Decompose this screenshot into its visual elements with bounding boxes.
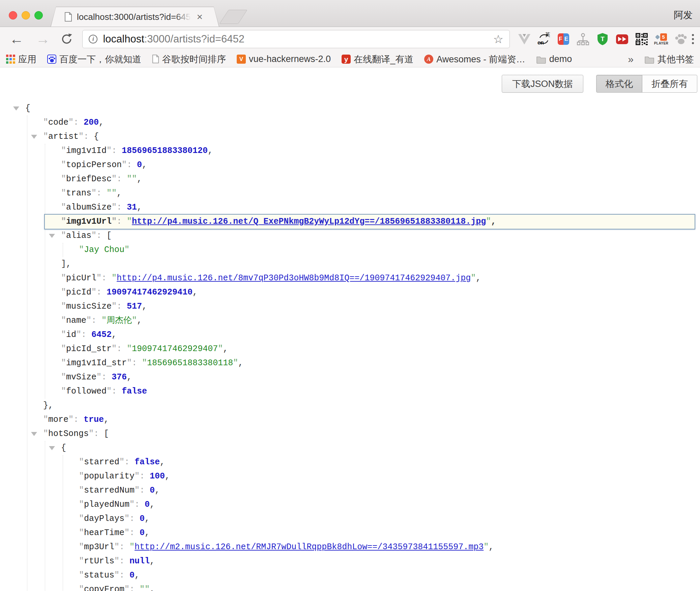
key-quote: ": [61, 174, 66, 184]
forward-icon[interactable]: →: [36, 32, 50, 46]
json-row-starred: "starred": false,: [79, 455, 695, 469]
string-quote: ": [127, 217, 132, 226]
collapse-triangle-icon[interactable]: [49, 234, 55, 238]
colon: :: [140, 486, 150, 495]
translate-en-label: en: [537, 40, 544, 46]
bookmark-awesomes[interactable]: A Awesomes - 前端资…: [424, 53, 525, 65]
json-key: status: [84, 570, 114, 580]
tab-close-icon[interactable]: ×: [197, 12, 203, 22]
qr-code-extension-icon[interactable]: [635, 32, 648, 46]
json-link[interactable]: http://p4.music.126.net/Q_ExePNkmgB2yWyL…: [132, 217, 486, 226]
json-toolbar: 下载JSON数据 格式化 折叠所有: [0, 67, 700, 93]
json-number: 0: [129, 570, 135, 580]
json-comma: ,: [142, 302, 147, 311]
address-bar[interactable]: i localhost:3000/artists?id=6452 ☆: [82, 30, 510, 48]
key-quote: ": [112, 203, 117, 212]
key-quote: ": [124, 585, 129, 591]
html5-player-extension-icon[interactable]: 5 PLAYER: [655, 32, 668, 46]
key-quote: ": [91, 231, 96, 241]
bookmark-label: 在线翻译_有道: [354, 53, 413, 65]
minimize-window-button[interactable]: [22, 11, 30, 20]
bookmark-label: vue-hackernews-2.0: [249, 54, 331, 64]
json-link[interactable]: http://p4.music.126.net/8mv7qP30Pd3oHW8b…: [117, 273, 471, 283]
json-punctuation: [: [104, 429, 109, 439]
json-comma: ,: [137, 203, 142, 212]
other-bookmarks[interactable]: 其他书签: [644, 53, 694, 65]
bookmark-vue-hackernews[interactable]: V vue-hackernews-2.0: [237, 54, 331, 64]
download-json-button[interactable]: 下载JSON数据: [502, 75, 583, 93]
key-quote: ": [79, 570, 84, 580]
json-row-img1v1Id: "img1v1Id": 18569651883380120,: [61, 144, 695, 158]
fehelper-extension-icon[interactable]: FE: [557, 32, 570, 46]
key-quote: ": [61, 146, 66, 156]
chrome-menu-icon[interactable]: [692, 34, 694, 44]
key-quote: ": [96, 372, 101, 382]
fullscreen-window-button[interactable]: [34, 11, 43, 20]
json-row-id: "id": 6452,: [61, 328, 695, 342]
translate-extension-icon[interactable]: 英 en: [537, 32, 550, 46]
key-quote: ": [124, 514, 129, 524]
json-number: 517: [127, 302, 142, 311]
video-speed-extension-icon[interactable]: [616, 32, 629, 46]
json-key: hearTime: [84, 528, 124, 538]
key-quote: ": [79, 500, 84, 509]
string-quote: ": [140, 585, 145, 591]
bookmark-demo-folder[interactable]: demo: [536, 54, 572, 64]
reload-icon[interactable]: [61, 33, 73, 45]
bookmark-google-sort[interactable]: 谷歌按时间排序: [152, 53, 226, 65]
collapse-triangle-icon[interactable]: [31, 432, 37, 436]
browser-tab[interactable]: localhost:3000/artists?id=645 ×: [51, 7, 219, 27]
colon: :: [119, 570, 129, 580]
json-number: 0: [140, 528, 145, 538]
back-icon[interactable]: ←: [9, 32, 24, 46]
tampermonkey-extension-icon[interactable]: T: [596, 32, 609, 46]
json-key: mvSize: [66, 372, 96, 382]
json-number: 200: [84, 118, 99, 127]
json-comma: ,: [112, 330, 117, 340]
sitemap-extension-icon[interactable]: [577, 32, 589, 46]
key-quote: ": [127, 358, 132, 368]
key-quote: ": [112, 217, 117, 226]
key-quote: ": [61, 231, 66, 241]
json-row-code: "code": 200,: [43, 116, 695, 130]
json-row-picId_str: "picId_str": "19097417462929407",: [61, 342, 695, 356]
paw-extension-icon[interactable]: [674, 32, 687, 46]
page-info-icon[interactable]: i: [89, 35, 97, 43]
profile-name[interactable]: 阿发: [674, 9, 693, 22]
collapse-all-button[interactable]: 折叠所有: [642, 75, 697, 93]
url-text[interactable]: localhost:3000/artists?id=6452: [103, 33, 244, 45]
collapse-triangle-icon[interactable]: [13, 106, 19, 111]
vue-icon: V: [237, 55, 246, 64]
json-key: img1v1Id_str: [66, 358, 127, 368]
collapse-triangle-icon[interactable]: [31, 135, 37, 139]
colon: :: [94, 429, 104, 439]
json-row: },: [43, 399, 695, 413]
bookmarks-bar: 应用 百度一下，你就知道 谷歌按时间排序 V vue-hackernews-2.…: [0, 51, 700, 67]
bookmark-star-icon[interactable]: ☆: [493, 33, 503, 45]
bookmark-baidu[interactable]: 百度一下，你就知道: [47, 53, 141, 65]
json-row-copyFrom: "copyFrom": "",: [79, 583, 695, 591]
close-window-button[interactable]: [9, 11, 17, 20]
key-quote: ": [79, 542, 84, 552]
json-key: copyFrom: [84, 585, 124, 591]
json-row-musicSize: "musicSize": 517,: [61, 300, 695, 314]
vue-devtools-icon[interactable]: [518, 32, 531, 46]
key-quote: ": [68, 415, 74, 425]
new-tab-button[interactable]: [219, 10, 247, 24]
key-quote: ": [61, 386, 66, 396]
json-row-dayPlays: "dayPlays": 0,: [79, 512, 695, 526]
json-string: Jay Chou: [84, 245, 124, 255]
bookmark-youdao[interactable]: y 在线翻译_有道: [342, 53, 413, 65]
key-quote: ": [61, 302, 66, 311]
bookmarks-overflow-icon[interactable]: »: [628, 54, 634, 65]
key-quote: ": [112, 174, 117, 184]
key-quote: ": [61, 273, 66, 283]
collapse-triangle-icon[interactable]: [49, 446, 55, 450]
bookmark-apps[interactable]: 应用: [6, 53, 36, 65]
json-children: "img1v1Id": 18569651883380120,"topicPers…: [45, 144, 695, 399]
json-link[interactable]: http://m2.music.126.net/RMJR7wDullRqppBk…: [135, 542, 484, 552]
key-quote: ": [107, 386, 112, 396]
svg-text:T: T: [601, 35, 605, 42]
format-button[interactable]: 格式化: [596, 75, 642, 93]
json-string: 18569651883380118: [147, 358, 233, 368]
